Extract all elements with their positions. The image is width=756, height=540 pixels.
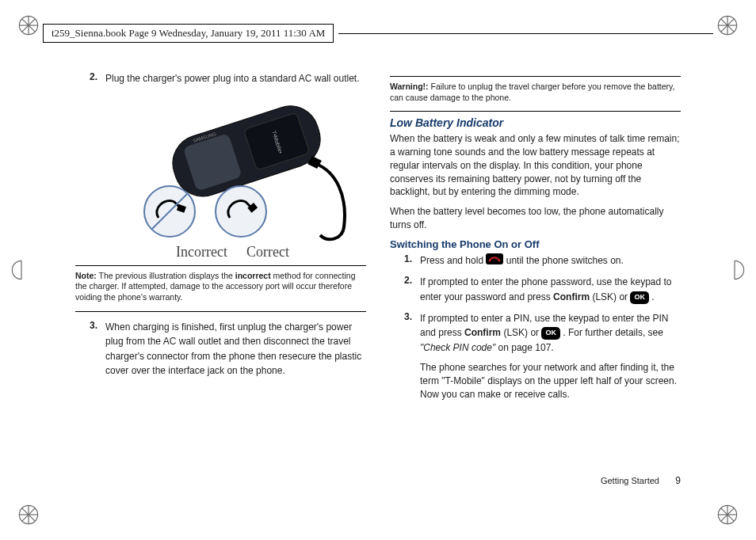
caption-correct: Correct — [246, 244, 289, 260]
charger-illustration: T•Mobile• SAMSUNG — [99, 93, 366, 260]
ok-key-icon: OK — [541, 327, 560, 340]
step-number: 2. — [75, 71, 105, 86]
switch-step-1: 1. Press and hold until the phone switch… — [390, 253, 681, 269]
heading-low-battery: Low Battery Indicator — [390, 116, 681, 129]
low-batt-p1: When the battery is weak and only a few … — [390, 132, 681, 199]
footer-section: Getting Started — [601, 476, 659, 485]
ok-key-icon: OK — [630, 291, 649, 304]
svg-point-31 — [216, 186, 266, 237]
step-number: 3. — [75, 320, 105, 378]
note-text-bold: incorrect — [235, 271, 271, 280]
xref-check-pin: "Check PIN code" — [420, 342, 495, 353]
divider — [75, 311, 366, 312]
step-number: 3. — [390, 311, 420, 408]
note-text-a: The previous illustration displays the — [99, 271, 235, 280]
switch-step-3: 3. If prompted to enter a PIN, use the k… — [390, 311, 681, 408]
step-3: 3. When charging is finished, first unpl… — [75, 320, 366, 378]
divider — [75, 265, 366, 266]
low-batt-p2: When the battery level becomes too low, … — [390, 205, 681, 232]
corner-ornament-tr — [716, 14, 739, 36]
page-footer: Getting Started 9 — [601, 475, 681, 486]
note-block: Note: The previous illustration displays… — [75, 271, 366, 303]
step-3-followup: The phone searches for your network and … — [420, 361, 681, 401]
warning-text: Failure to unplug the travel charger bef… — [390, 82, 675, 102]
step-2: 2. Plug the charger's power plug into a … — [75, 71, 366, 86]
heading-switching: Switching the Phone On or Off — [390, 238, 681, 250]
warning-block: Warning!: Failure to unplug the travel c… — [390, 82, 681, 103]
end-call-key-icon — [486, 253, 503, 269]
step-text: When charging is finished, first unplug … — [105, 320, 366, 378]
left-column: 2. Plug the charger's power plug into a … — [75, 71, 366, 496]
side-ornament-right — [732, 259, 748, 281]
step-text: If prompted to enter the phone password,… — [420, 275, 681, 304]
header-stripe: t259_Sienna.book Page 9 Wednesday, Janua… — [43, 24, 713, 43]
step-number: 2. — [390, 275, 420, 304]
divider — [390, 76, 681, 77]
switch-step-2: 2. If prompted to enter the phone passwo… — [390, 275, 681, 304]
step-text: Press and hold until the phone switches … — [420, 253, 681, 269]
corner-ornament-tl — [17, 14, 40, 36]
note-label: Note: — [75, 271, 97, 280]
svg-rect-33 — [486, 253, 503, 264]
corner-ornament-bl — [17, 504, 40, 526]
caption-incorrect: Incorrect — [176, 244, 227, 260]
warning-label: Warning!: — [390, 82, 429, 91]
step-text: Plug the charger's power plug into a sta… — [105, 71, 366, 86]
right-column: Warning!: Failure to unplug the travel c… — [390, 71, 681, 496]
divider — [390, 111, 681, 112]
step-number: 1. — [390, 253, 420, 269]
corner-ornament-br — [716, 504, 739, 526]
footer-page-number: 9 — [662, 475, 681, 486]
header-box: t259_Sienna.book Page 9 Wednesday, Janua… — [43, 24, 334, 43]
step-text: If prompted to enter a PIN, use the keyp… — [420, 311, 681, 408]
side-ornament-left — [8, 259, 24, 281]
svg-point-34 — [489, 259, 491, 261]
svg-point-35 — [498, 259, 501, 261]
